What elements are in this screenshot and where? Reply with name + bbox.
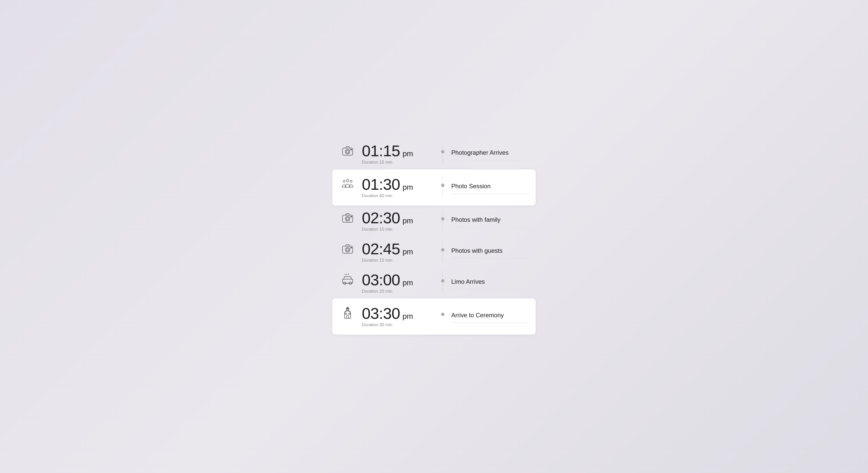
svg-point-13 xyxy=(346,248,349,251)
svg-point-14 xyxy=(351,247,352,248)
time-col: 02:45 pm Duration 15 min xyxy=(358,241,439,263)
event-divider xyxy=(451,289,531,289)
event-title: Limo Arrives xyxy=(451,278,531,286)
icon-col xyxy=(337,241,358,255)
event-divider xyxy=(451,258,531,258)
timeline-row-photos-guests[interactable]: 02:45 pm Duration 15 min Photos with gue… xyxy=(337,236,531,267)
svg-point-12 xyxy=(345,247,350,252)
time-ampm: pm xyxy=(402,278,413,287)
event-divider xyxy=(451,227,531,227)
time-duration: Duration 60 min xyxy=(362,193,439,198)
time-col: 03:30 pm Duration 30 min xyxy=(358,306,439,327)
icon-col xyxy=(337,272,358,286)
camera-icon xyxy=(341,144,354,157)
dot-col xyxy=(439,210,446,220)
svg-point-8 xyxy=(345,216,350,221)
time-digits: 02:30 xyxy=(362,210,400,226)
timeline-dot xyxy=(441,313,444,316)
svg-point-5 xyxy=(343,180,345,182)
svg-rect-15 xyxy=(343,279,353,283)
svg-point-4 xyxy=(346,179,349,182)
icon-col xyxy=(337,210,358,224)
car-icon xyxy=(341,273,354,286)
time-ampm: pm xyxy=(402,247,413,256)
time-duration: Duration 15 min xyxy=(362,227,439,232)
dot-col xyxy=(439,143,446,153)
time-duration: Duration 15 min xyxy=(362,258,439,263)
time-digits: 01:15 xyxy=(362,143,400,159)
time-duration: Duration 15 min xyxy=(362,160,439,165)
dot-col xyxy=(439,272,446,282)
event-title: Photographer Arrives xyxy=(451,149,531,156)
event-title: Photo Session xyxy=(451,183,531,190)
time-digits: 03:00 xyxy=(362,272,400,288)
icon-col xyxy=(337,143,358,157)
camera-icon xyxy=(341,242,354,255)
dot-col xyxy=(439,177,446,187)
timeline-row-arrive-ceremony[interactable]: 03:30 pm Duration 30 min Arrive to Cerem… xyxy=(332,298,536,335)
event-col: Photographer Arrives xyxy=(446,143,531,160)
timeline-row-photographer-arrives[interactable]: 01:15 pm Duration 15 min Photographer Ar… xyxy=(337,138,531,169)
event-col: Photo Session xyxy=(446,177,531,194)
event-divider xyxy=(451,160,531,160)
timeline-row-limo-arrives[interactable]: 03:00 pm Duration 20 min Limo Arrives xyxy=(337,267,531,298)
svg-line-19 xyxy=(348,274,349,275)
event-title: Arrive to Ceremony xyxy=(451,312,531,319)
dot-col xyxy=(439,306,446,316)
time-ampm: pm xyxy=(402,183,413,192)
time-col: 03:00 pm Duration 20 min xyxy=(358,272,439,294)
svg-point-23 xyxy=(345,313,347,314)
time-ampm: pm xyxy=(402,312,413,321)
time-ampm: pm xyxy=(402,216,413,225)
event-title: Photos with guests xyxy=(451,247,531,255)
event-col: Arrive to Ceremony xyxy=(446,306,531,323)
timeline-row-photos-family[interactable]: 02:30 pm Duration 15 min Photos with fam… xyxy=(337,206,531,236)
time-digits: 02:45 xyxy=(362,241,400,257)
timeline-row-photo-session[interactable]: 01:30 pm Duration 60 min Photo Session xyxy=(332,169,536,206)
svg-point-2 xyxy=(346,150,349,153)
group-icon xyxy=(341,178,354,191)
time-duration: Duration 20 min xyxy=(362,289,439,294)
time-col: 02:30 pm Duration 15 min xyxy=(358,210,439,232)
event-col: Photos with family xyxy=(446,210,531,227)
event-col: Limo Arrives xyxy=(446,272,531,289)
svg-point-9 xyxy=(346,217,349,220)
svg-point-24 xyxy=(349,313,350,314)
icon-col xyxy=(337,177,358,191)
camera-icon xyxy=(341,211,354,224)
dot-col xyxy=(439,241,446,251)
time-col: 01:30 pm Duration 60 min xyxy=(358,177,439,198)
time-col: 01:15 pm Duration 15 min xyxy=(358,143,439,165)
svg-point-1 xyxy=(345,149,350,154)
time-digits: 01:30 xyxy=(362,177,400,192)
time-ampm: pm xyxy=(402,149,413,158)
church-icon xyxy=(341,307,354,320)
event-title: Photos with family xyxy=(451,216,531,224)
event-col: Photos with guests xyxy=(446,241,531,258)
svg-line-20 xyxy=(345,274,346,275)
icon-col xyxy=(337,306,358,320)
time-duration: Duration 30 min xyxy=(362,322,439,327)
svg-point-6 xyxy=(350,180,352,182)
svg-point-10 xyxy=(351,216,352,217)
time-digits: 03:30 xyxy=(362,306,400,321)
svg-point-3 xyxy=(351,149,352,150)
timeline-container: 01:15 pm Duration 15 min Photographer Ar… xyxy=(337,128,531,345)
